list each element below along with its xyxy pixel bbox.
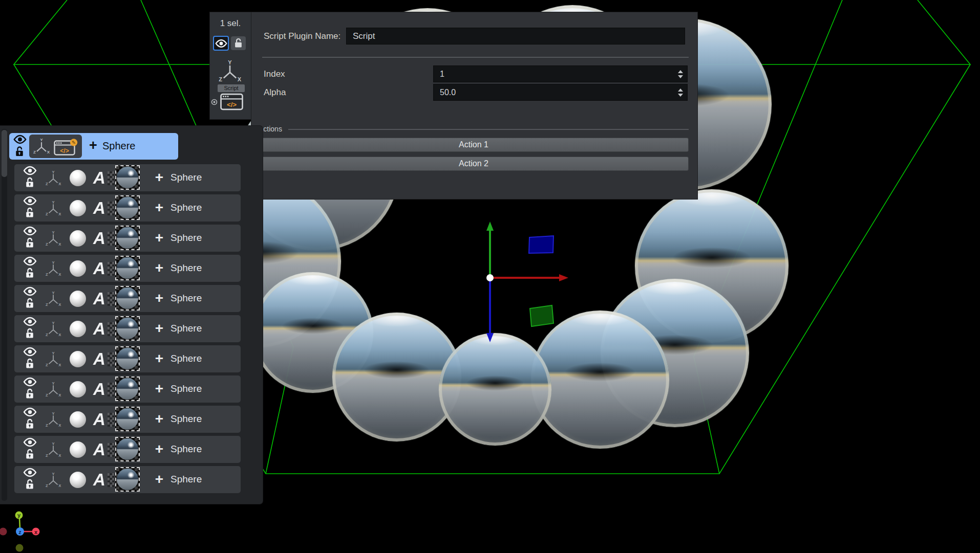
- scrollbar-track[interactable]: [2, 129, 7, 501]
- sphere-object[interactable]: [531, 311, 669, 449]
- transform-axes-icon[interactable]: Y Z X: [32, 138, 51, 155]
- alpha-stepper[interactable]: [678, 89, 683, 97]
- alpha-field[interactable]: [433, 84, 688, 101]
- eye-icon[interactable]: [23, 347, 37, 357]
- render-preview-thumbnail[interactable]: [115, 407, 140, 431]
- transform-axes-icon[interactable]: Y Z X: [45, 290, 62, 307]
- list-item[interactable]: Y Z X A + Sphere: [14, 466, 241, 493]
- transform-axes-icon[interactable]: Y Z X: [45, 320, 62, 338]
- gizmo-y-axis-arrow[interactable]: [486, 222, 494, 275]
- matte-sphere-thumbnail[interactable]: [70, 230, 86, 247]
- eye-icon[interactable]: [23, 317, 37, 326]
- unlock-icon[interactable]: [25, 327, 34, 340]
- transform-axes-icon[interactable]: Y Z X: [45, 230, 62, 247]
- radio-icon[interactable]: [211, 99, 218, 105]
- eye-icon[interactable]: [23, 166, 37, 175]
- unlock-icon[interactable]: [25, 418, 34, 430]
- eye-icon[interactable]: [23, 256, 37, 266]
- matte-sphere-thumbnail[interactable]: [70, 381, 86, 397]
- transform-axes-icon[interactable]: Y Z X: [45, 260, 62, 277]
- eye-icon[interactable]: [23, 468, 37, 477]
- render-preview-thumbnail[interactable]: [115, 316, 140, 341]
- stepper-down-icon[interactable]: [678, 75, 683, 78]
- stepper-up-icon[interactable]: [678, 70, 683, 73]
- unlock-icon[interactable]: [25, 478, 34, 491]
- matte-sphere-thumbnail[interactable]: [70, 260, 86, 277]
- matte-sphere-thumbnail[interactable]: [70, 170, 86, 186]
- render-preview-thumbnail[interactable]: [115, 437, 140, 461]
- sphere-object[interactable]: [439, 333, 551, 446]
- transform-axes-icon[interactable]: Y Z X: [45, 471, 62, 489]
- list-item[interactable]: Y Z X A + Sphere: [14, 255, 241, 282]
- index-stepper[interactable]: [678, 70, 683, 78]
- matte-sphere-thumbnail[interactable]: [70, 351, 86, 367]
- render-preview-thumbnail[interactable]: [115, 256, 140, 280]
- script-plugin-icon[interactable]: </>: [220, 93, 243, 110]
- list-item[interactable]: Y Z X A + Sphere: [14, 375, 241, 403]
- list-item[interactable]: Y Z X A + Sphere: [14, 164, 241, 191]
- list-item[interactable]: Y Z X A + Sphere: [14, 406, 241, 433]
- transform-axes-icon[interactable]: Y Z X: [217, 60, 243, 82]
- unlock-icon[interactable]: [25, 358, 34, 370]
- unlock-icon[interactable]: [25, 297, 34, 309]
- transform-axes-icon[interactable]: Y Z X: [45, 411, 62, 428]
- render-preview-thumbnail[interactable]: [115, 346, 140, 371]
- list-item[interactable]: Y Z X A + Sphere: [14, 345, 241, 372]
- unlock-icon[interactable]: [25, 448, 34, 460]
- list-item[interactable]: Y Z X A + Sphere: [14, 225, 241, 252]
- render-preview-thumbnail[interactable]: [115, 195, 140, 220]
- list-item[interactable]: Y Z X A + Sphere: [14, 436, 241, 463]
- visibility-toggle-button[interactable]: [213, 36, 229, 51]
- render-preview-thumbnail[interactable]: [115, 226, 140, 250]
- action-1-button[interactable]: Action 1: [259, 138, 689, 152]
- action-2-button[interactable]: Action 2: [259, 157, 689, 171]
- matte-sphere-thumbnail[interactable]: [70, 472, 86, 488]
- eye-icon[interactable]: [23, 286, 37, 296]
- matte-sphere-thumbnail[interactable]: [70, 411, 86, 428]
- unlock-icon[interactable]: [15, 146, 24, 158]
- unlock-icon[interactable]: [25, 176, 34, 189]
- transform-axes-icon[interactable]: Y Z X: [45, 381, 62, 398]
- list-item[interactable]: Y Z X A + Sphere: [14, 194, 241, 222]
- eye-icon[interactable]: [23, 377, 37, 387]
- render-preview-thumbnail[interactable]: [115, 467, 140, 492]
- list-item[interactable]: Y Z X A + Sphere: [14, 315, 241, 342]
- script-plugin-icon[interactable]: </> ✎: [54, 139, 78, 156]
- render-preview-thumbnail[interactable]: [115, 286, 140, 311]
- transform-axes-icon[interactable]: Y Z X: [45, 169, 62, 187]
- transform-axes-icon[interactable]: Y Z X: [45, 441, 62, 458]
- render-preview-thumbnail[interactable]: [115, 377, 140, 401]
- lock-toggle-button[interactable]: [231, 36, 246, 50]
- unlock-icon[interactable]: [25, 207, 34, 219]
- eye-icon[interactable]: [13, 135, 27, 144]
- transform-axes-icon[interactable]: Y Z X: [45, 350, 62, 368]
- render-preview-thumbnail[interactable]: [115, 165, 140, 190]
- index-field[interactable]: [433, 65, 688, 82]
- matte-sphere-thumbnail[interactable]: [70, 291, 86, 307]
- eye-icon[interactable]: [23, 196, 37, 206]
- matte-sphere-thumbnail[interactable]: [70, 441, 86, 458]
- transform-axes-icon[interactable]: Y Z X: [45, 200, 62, 217]
- stepper-down-icon[interactable]: [678, 94, 683, 97]
- matte-sphere-thumbnail[interactable]: [70, 321, 86, 337]
- scrollbar-thumb[interactable]: [2, 130, 7, 177]
- index-input[interactable]: [433, 65, 688, 82]
- viewport[interactable]: 1 sel. Y Z X Script: [0, 0, 980, 553]
- scene-object-list: Y Z X </> ✎ + Sphere: [0, 126, 263, 504]
- plane-quad-green[interactable]: [530, 305, 553, 326]
- gizmo-x-axis-arrow[interactable]: [493, 274, 568, 281]
- alpha-input[interactable]: [433, 84, 688, 101]
- eye-icon[interactable]: [23, 437, 37, 447]
- plane-quad-blue[interactable]: [529, 236, 553, 253]
- gizmo-center-handle[interactable]: [486, 274, 494, 281]
- plugin-name-input[interactable]: [346, 28, 685, 45]
- stepper-up-icon[interactable]: [678, 89, 683, 92]
- list-item-selected[interactable]: Y Z X </> ✎ + Sphere: [9, 133, 178, 160]
- unlock-icon[interactable]: [25, 388, 34, 400]
- unlock-icon[interactable]: [25, 237, 34, 249]
- eye-icon[interactable]: [23, 226, 37, 236]
- matte-sphere-thumbnail[interactable]: [70, 200, 86, 216]
- eye-icon[interactable]: [23, 407, 37, 417]
- list-item[interactable]: Y Z X A + Sphere: [14, 285, 241, 312]
- unlock-icon[interactable]: [25, 267, 34, 279]
